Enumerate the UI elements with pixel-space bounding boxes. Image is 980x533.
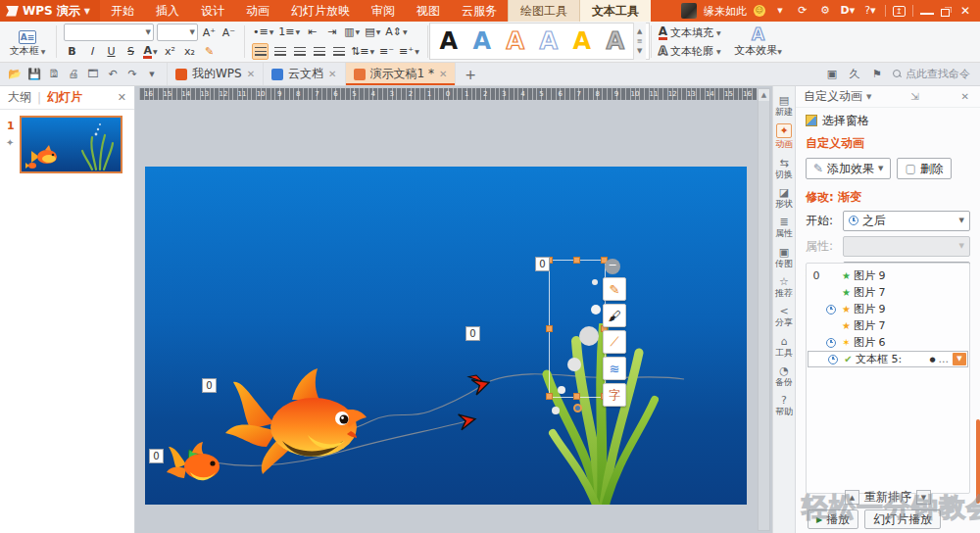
document-tab-我的WPS[interactable]: 我的WPS✕ bbox=[168, 63, 264, 85]
selection-handle[interactable] bbox=[546, 393, 553, 400]
paragraph-more-button[interactable]: ≡⁺▼ bbox=[398, 43, 420, 60]
bullets-button[interactable]: •≡▼ bbox=[252, 24, 274, 40]
sidebar-item-backup[interactable]: ◔备份 bbox=[773, 363, 795, 389]
sidebar-item-share[interactable]: <分享 bbox=[773, 303, 795, 329]
menu-tab-幻灯片放映[interactable]: 幻灯片放映 bbox=[280, 0, 361, 22]
sidebar-item-animation[interactable]: ✦动画 bbox=[773, 121, 795, 151]
text-direction-button[interactable]: ▤▼ bbox=[364, 24, 381, 40]
avatar[interactable] bbox=[681, 3, 697, 19]
wordart-style-6[interactable]: A bbox=[600, 25, 631, 57]
restore-button[interactable] bbox=[941, 9, 950, 17]
feedback-icon[interactable]: ↥ bbox=[893, 6, 906, 17]
bold-button[interactable]: B bbox=[64, 43, 80, 60]
text-fill-button[interactable]: A 文本填充▼ bbox=[659, 24, 721, 41]
menu-tab-视图[interactable]: 视图 bbox=[406, 0, 451, 22]
paragraph-settings-button[interactable]: ≡⁻ bbox=[378, 43, 395, 60]
selection-pane-button[interactable]: 选择窗格 bbox=[796, 108, 980, 133]
animation-item-4[interactable]: ★图片 7 bbox=[807, 317, 969, 334]
selection-handle[interactable] bbox=[573, 393, 580, 400]
animation-item-5[interactable]: ✶图片 6 bbox=[807, 334, 969, 351]
caret-down-icon[interactable]: ▼ bbox=[772, 3, 788, 19]
strikethrough-button[interactable]: S bbox=[122, 43, 139, 60]
document-tab-演示文稿1 *[interactable]: 演示文稿1 *✕ bbox=[346, 63, 457, 85]
reorder-up-button[interactable]: ▲ bbox=[845, 490, 859, 505]
small-fish-image[interactable] bbox=[165, 439, 227, 488]
sidebar-item-transition[interactable]: ⇆切换 bbox=[773, 155, 795, 181]
close-button[interactable]: ✕ bbox=[956, 4, 974, 18]
panel-close-icon[interactable]: ✕ bbox=[118, 91, 126, 104]
goldfish-image[interactable] bbox=[223, 363, 370, 478]
shrink-font-button[interactable]: A⁻ bbox=[220, 24, 237, 41]
font-color-button[interactable]: A bbox=[143, 45, 152, 59]
flag-icon[interactable]: ⚑ bbox=[870, 68, 884, 81]
align-left-button[interactable] bbox=[252, 43, 269, 60]
decrease-indent-button[interactable]: ⇤ bbox=[304, 24, 320, 40]
canvas-scrollbar[interactable]: ▲ bbox=[758, 88, 770, 531]
panel-undock-icon[interactable]: ⇲ bbox=[907, 91, 921, 102]
wordart-style-2[interactable]: A bbox=[466, 25, 498, 57]
tab-slides[interactable]: 幻灯片 bbox=[47, 89, 82, 106]
add-effect-button[interactable]: ✎ 添加效果 ▼ bbox=[806, 158, 891, 179]
outline-pen-button[interactable]: ⟋ bbox=[603, 330, 626, 354]
sidebar-item-upload-image[interactable]: ▣传图 bbox=[773, 244, 795, 270]
save-icon[interactable]: 💾 bbox=[27, 68, 41, 81]
item-options-dropdown-icon[interactable]: ▼ bbox=[953, 353, 966, 365]
play-button[interactable]: ▶ 播放 bbox=[808, 509, 858, 529]
slide-editing-surface[interactable]: 0000 − ✎🖌⟋≋字 bbox=[145, 167, 747, 505]
text-effect-button[interactable]: A 文本效果▼ bbox=[733, 26, 784, 58]
collapse-toolbar-button[interactable]: − bbox=[605, 259, 620, 274]
sidebar-item-shape[interactable]: ◪形状 bbox=[773, 184, 795, 211]
superscript-button[interactable]: x² bbox=[162, 43, 178, 60]
sidebar-item-tools[interactable]: ⌂工具 bbox=[773, 333, 795, 360]
selection-handle[interactable] bbox=[546, 325, 553, 332]
wordart-style-5[interactable]: A bbox=[566, 25, 598, 57]
char-spacing-button[interactable]: A⇕▼ bbox=[384, 24, 408, 40]
tab-close-icon[interactable]: ✕ bbox=[328, 69, 336, 79]
numbering-button[interactable]: 1≡▼ bbox=[277, 24, 301, 40]
slideshow-button[interactable]: 幻灯片播放 bbox=[864, 509, 941, 529]
print-icon[interactable]: 🖨 bbox=[67, 68, 80, 81]
assistant-icon[interactable]: 久 bbox=[848, 68, 861, 81]
context-tab-绘图工具[interactable]: 绘图工具 bbox=[508, 0, 579, 22]
highlight-pen-button[interactable]: ✎ bbox=[201, 43, 218, 60]
justify-button[interactable] bbox=[311, 43, 327, 60]
text-outline-button[interactable]: A 文本轮廓▼ bbox=[659, 43, 721, 60]
menu-tab-云服务[interactable]: 云服务 bbox=[451, 0, 508, 22]
menu-tab-设计[interactable]: 设计 bbox=[190, 0, 235, 22]
layers-button[interactable]: ≋ bbox=[603, 357, 626, 380]
new-tab-button[interactable]: + bbox=[456, 63, 485, 85]
delete-effect-button[interactable]: ▢ 删除 bbox=[897, 158, 951, 179]
italic-button[interactable]: I bbox=[83, 43, 100, 60]
export-pdf-icon[interactable]: 🖺 bbox=[47, 68, 61, 81]
text-settings-button[interactable]: 字 bbox=[603, 383, 626, 407]
scroll-up-icon[interactable]: ▲ bbox=[759, 89, 769, 101]
menu-tab-审阅[interactable]: 审阅 bbox=[361, 0, 406, 22]
selected-textbox[interactable] bbox=[549, 260, 606, 398]
message-icon[interactable]: ▣ bbox=[825, 68, 839, 81]
horizontal-ruler[interactable]: 1615141312111098765432101234567891011121… bbox=[139, 88, 757, 100]
subscript-button[interactable]: x₂ bbox=[181, 43, 198, 60]
undo-icon[interactable]: ↶ bbox=[106, 68, 120, 81]
sidebar-item-help[interactable]: ?帮助 bbox=[773, 392, 795, 418]
help-icon[interactable]: ?▾ bbox=[862, 3, 878, 19]
tab-outline[interactable]: 大纲 bbox=[8, 89, 31, 106]
quick-access-more-icon[interactable]: ▼ bbox=[145, 68, 159, 81]
minimize-button[interactable] bbox=[920, 3, 934, 15]
app-logo[interactable]: WPS 演示 ▼ bbox=[0, 0, 100, 22]
tab-close-icon[interactable]: ✕ bbox=[247, 69, 255, 79]
grow-font-button[interactable]: A⁺ bbox=[201, 24, 218, 41]
settings-gear-icon[interactable]: ⚙ bbox=[817, 3, 833, 19]
panel-close-button[interactable]: ✕ bbox=[958, 91, 972, 102]
wordart-style-3[interactable]: A bbox=[500, 25, 531, 57]
user-name[interactable]: 缘来如此 bbox=[704, 4, 747, 19]
open-file-icon[interactable]: 📂 bbox=[8, 68, 22, 81]
wordart-style-1[interactable]: A bbox=[433, 25, 465, 57]
edit-text-button[interactable]: ✎ bbox=[603, 277, 626, 301]
font-size-select[interactable]: ▼ bbox=[157, 24, 198, 41]
line-spacing-button[interactable]: ⇅≡▼ bbox=[350, 43, 375, 60]
panel-scrollbar-thumb[interactable] bbox=[976, 419, 980, 504]
animation-item-1[interactable]: 0★图片 9 bbox=[807, 267, 969, 284]
slide-thumbnail[interactable] bbox=[20, 116, 122, 173]
animation-item-3[interactable]: ★图片 9 bbox=[807, 301, 969, 317]
context-tab-文本工具[interactable]: 文本工具 bbox=[579, 0, 651, 22]
